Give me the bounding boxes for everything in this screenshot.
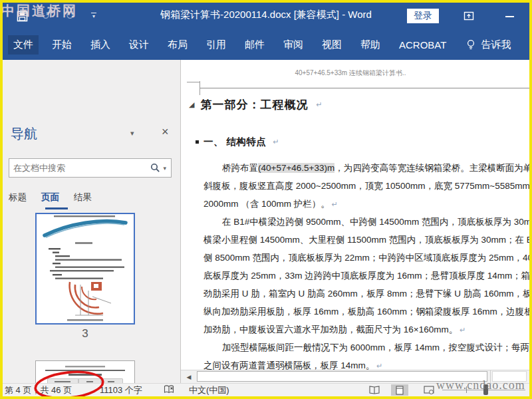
search-options-chevron-icon[interactable]: ▾ xyxy=(160,165,171,172)
heading-1-row: ◢ 第一部分：工程概况 ↵ xyxy=(189,97,323,112)
body-line: 桥跨布置(40+57+46.5+33)m，为四跨变高等宽连续钢箱梁桥。主梁横断面… xyxy=(203,159,529,177)
tab-file[interactable]: 文件 xyxy=(8,35,39,55)
sign-in-button[interactable]: 登录 xyxy=(407,9,439,23)
navigation-options-chevron-icon[interactable]: ▾ xyxy=(130,129,134,138)
web-layout-icon xyxy=(424,386,434,394)
lightbulb-icon xyxy=(466,39,475,51)
red-ellipse-annotation xyxy=(31,368,108,399)
paragraph-mark: ↵ xyxy=(273,138,279,146)
body-line: 纵向加劲肋采用板肋，板厚 16mm，板肋高 160mm；钢箱梁腹板厚 16mm，… xyxy=(203,303,529,321)
minimize-button[interactable] xyxy=(502,9,517,24)
read-mode-icon xyxy=(368,386,380,394)
minimize-icon xyxy=(505,16,514,17)
navigation-pane-title: 导航 xyxy=(11,125,37,143)
body-line: 2000mm （含 100mm 护栏）。↵ xyxy=(203,195,529,213)
watermark-bottom-right: www.cndao.com xyxy=(436,378,525,392)
paragraph-mark: ↵ xyxy=(316,100,322,109)
active-tab-underline xyxy=(45,207,68,209)
nav-tab-results[interactable]: 结果 xyxy=(74,192,92,203)
heading-1-text: 第一部分：工程概况 xyxy=(200,97,308,112)
tell-me-group[interactable]: 告诉我 xyxy=(466,39,511,51)
paragraph-mark: ↵ xyxy=(460,326,466,334)
tab-insert[interactable]: 插入 xyxy=(90,39,110,51)
body-line: 加劲肋，中腹板设置六道水平加劲肋，截面尺寸为 16×160mm。↵ xyxy=(203,321,529,338)
proofing-status-icon[interactable] xyxy=(164,385,175,396)
body-line: 底板厚度为 25mm，33m 边跨跨中顶底板厚度为 16mm；悬臂顶板厚度 14… xyxy=(203,267,529,285)
scroll-left-arrow-icon[interactable]: ◀ xyxy=(182,372,196,382)
document-body-text: 桥跨布置(40+57+46.5+33)m，为四跨变高等宽连续钢箱梁桥。主梁横断面… xyxy=(203,159,529,374)
watermark-top-left: 中国道桥网 xyxy=(1,2,78,20)
body-line: 在 B1#中横梁边跨侧 9500mm、中跨侧 14500mm 范围内，顶底板板厚… xyxy=(203,213,529,231)
customize-qat-icon[interactable]: ▾ xyxy=(86,9,101,23)
field-shaded-text: (40+57+46.5+33)m xyxy=(258,163,334,173)
frame-border xyxy=(0,0,3,399)
body-line: 劲肋采用 U 肋，箱室内 U 肋高 260mm，板厚 8mm；悬臂下缘 U 肋高… xyxy=(203,285,529,303)
search-icon[interactable] xyxy=(150,163,160,173)
document-search-box[interactable]: ▾ xyxy=(9,158,172,178)
margin-crop-mark xyxy=(187,82,200,82)
body-line: 横梁小里程侧 14500mm、大里程侧 11500mm 范围内，顶底板板厚为 3… xyxy=(203,231,529,249)
word-window: ↺ ↻ ▾ 钢箱梁计算书-20200114.docx [兼容模式] - Word… xyxy=(0,0,532,399)
window-title: 钢箱梁计算书-20200114.docx [兼容模式] - Word xyxy=(120,9,412,21)
ribbon-display-options-icon[interactable] xyxy=(462,9,476,23)
frame-border xyxy=(0,396,532,399)
nav-tab-headings[interactable]: 标题 xyxy=(9,192,27,203)
page-header-text: 40+57+46.5+33m 连续钢箱梁计算书.. xyxy=(181,68,520,78)
paragraph-mark: ↵ xyxy=(376,362,382,370)
margin-crop-mark xyxy=(200,81,200,95)
header-boundary-line xyxy=(200,88,529,88)
print-layout-view-button[interactable] xyxy=(391,384,408,396)
body-line: 斜腹板，腹板竖直高度 2000~2500mm，顶宽 10500mm，底宽 577… xyxy=(203,177,529,195)
heading-2-text: 一、 结构特点 xyxy=(203,136,267,148)
nav-tab-pages[interactable]: 页面 xyxy=(41,192,59,203)
navigation-tabs: 标题 页面 结果 xyxy=(9,192,92,203)
heading-2-row: 一、 结构特点 ↵ xyxy=(196,136,279,148)
tab-home[interactable]: 开始 xyxy=(52,39,72,51)
body-line: 侧 8500mm 范围内，顶底板板厚为 22mm；中跨跨中区域顶底板厚度为 25… xyxy=(203,249,529,267)
title-bar: ↺ ↻ ▾ 钢箱梁计算书-20200114.docx [兼容模式] - Word… xyxy=(0,0,532,29)
language-status[interactable]: 中文(中国) xyxy=(189,384,229,396)
paragraph-mark: ↵ xyxy=(332,200,338,208)
print-layout-icon xyxy=(396,386,404,395)
document-canvas[interactable]: 40+57+46.5+33m 连续钢箱梁计算书.. ◢ 第一部分：工程概况 ↵ … xyxy=(181,60,529,383)
frame-border xyxy=(529,0,532,399)
tab-view[interactable]: 视图 xyxy=(322,39,342,51)
navigation-close-icon[interactable]: × xyxy=(162,126,169,138)
navigation-pane: 导航 ▾ × ▾ 标题 页面 结果 xyxy=(0,60,181,383)
tab-layout[interactable]: 布局 xyxy=(168,39,188,51)
tab-review[interactable]: 审阅 xyxy=(283,39,303,51)
web-layout-view-button[interactable] xyxy=(420,384,438,396)
read-mode-view-button[interactable] xyxy=(366,384,383,396)
tell-me-label: 告诉我 xyxy=(481,39,511,51)
page-thumbnail-3[interactable] xyxy=(35,213,135,325)
tab-references[interactable]: 引用 xyxy=(206,39,226,51)
tab-help[interactable]: 帮助 xyxy=(360,39,380,51)
collapse-triangle-icon[interactable]: ◢ xyxy=(189,100,194,109)
tab-design[interactable]: 设计 xyxy=(129,39,149,51)
frame-border xyxy=(0,0,532,3)
ribbon-tab-bar: 文件 开始 插入 设计 布局 引用 邮件 审阅 视图 帮助 ACROBAT 告诉… xyxy=(0,29,532,60)
body-line: 加强型横隔板间距一般情况下为 6000mm，板厚 14mm，按空腹式设计；每两道… xyxy=(203,338,529,356)
tab-mailings[interactable]: 邮件 xyxy=(245,39,265,51)
heading-bullet-icon xyxy=(196,140,199,144)
thumbnail-page-number: 3 xyxy=(35,327,135,340)
tab-acrobat[interactable]: ACROBAT xyxy=(399,39,446,51)
search-input[interactable] xyxy=(9,163,150,173)
